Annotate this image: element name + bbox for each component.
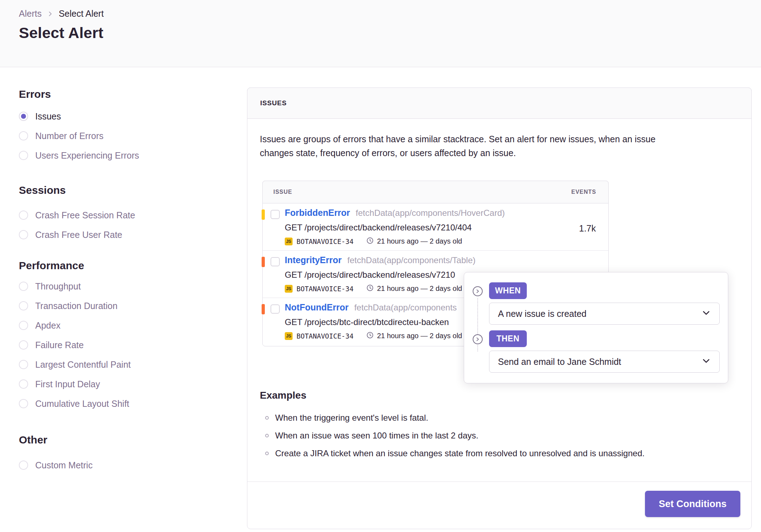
sidebar-item-transaction-duration[interactable]: Transaction Duration <box>19 301 117 311</box>
example-text: When the triggering event's level is fat… <box>275 413 428 423</box>
radio-icon[interactable] <box>19 399 28 408</box>
then-action-value: Send an email to Jane Schmidt <box>498 357 621 367</box>
error-level-indicator <box>262 209 265 220</box>
sidebar-item-label: Number of Errors <box>35 131 104 141</box>
set-conditions-button[interactable]: Set Conditions <box>645 491 740 517</box>
issues-description-line1: Issues are groups of errors that have a … <box>260 132 740 146</box>
radio-icon[interactable] <box>19 151 28 160</box>
panel-footer-divider <box>247 482 751 482</box>
bullet-icon <box>265 416 269 420</box>
sidebar-item-label: Apdex <box>35 320 61 331</box>
transaction-name: fetchData(app/components/Table) <box>347 255 476 265</box>
clock-icon <box>366 237 374 246</box>
chevron-right-circle-icon <box>473 286 483 296</box>
page-header <box>0 0 761 67</box>
sidebar-item-issues[interactable]: Issues <box>19 111 61 121</box>
radio-icon[interactable] <box>19 230 28 239</box>
bullet-icon <box>265 434 269 437</box>
breadcrumb-alerts-link[interactable]: Alerts <box>19 9 42 19</box>
error-level-indicator <box>262 257 265 267</box>
radio-icon[interactable] <box>19 131 28 140</box>
sidebar-item-crash-free-session-rate[interactable]: Crash Free Session Rate <box>19 210 135 220</box>
when-condition-value: A new issue is created <box>498 309 587 319</box>
issue-link[interactable]: NotFoundError <box>285 302 348 312</box>
sidebar-item-crash-free-user-rate[interactable]: Crash Free User Rate <box>19 230 122 240</box>
request-path: GET /projects/direct/backend/releases/v7… <box>285 270 455 280</box>
radio-icon[interactable] <box>19 379 28 389</box>
example-item: When an issue was seen 100 times in the … <box>265 431 478 441</box>
alert-rule-builder-card: WHEN A new issue is created THEN Send an… <box>464 272 728 383</box>
bullet-icon <box>265 452 269 455</box>
issues-description-line2: changes state, frequency of errors, or u… <box>260 146 740 160</box>
project-slug: BOTANAVOICE-34 <box>296 332 353 340</box>
transaction-name: fetchData(app/components <box>354 303 457 312</box>
issue-age: 21 hours ago — 2 days old <box>377 284 462 293</box>
sidebar-item-label: Cumulative Layout Shift <box>35 399 129 409</box>
error-level-indicator <box>262 304 265 314</box>
sidebar-item-custom-metric[interactable]: Custom Metric <box>19 460 93 470</box>
row-checkbox[interactable] <box>271 210 280 219</box>
radio-icon[interactable] <box>19 461 28 470</box>
radio-selected-icon[interactable] <box>19 112 28 121</box>
sidebar-item-label: Crash Free User Rate <box>35 230 122 240</box>
radio-icon[interactable] <box>19 301 28 310</box>
example-text: Create a JIRA ticket when an issue chang… <box>275 448 645 458</box>
column-header-events: EVENTS <box>571 189 596 195</box>
chevron-down-icon <box>702 308 711 319</box>
chevron-right-circle-icon <box>473 334 483 344</box>
request-path: GET /projects/btc-direct/btcdirecteu-bac… <box>285 317 449 327</box>
radio-icon[interactable] <box>19 340 28 350</box>
sidebar-item-apdex[interactable]: Apdex <box>19 320 61 330</box>
sidebar-item-label: Crash Free Session Rate <box>35 210 135 220</box>
sidebar-item-label: Custom Metric <box>35 460 93 470</box>
section-heading-performance: Performance <box>19 260 84 272</box>
events-count: 1.7k <box>579 223 596 234</box>
radio-icon[interactable] <box>19 211 28 220</box>
javascript-platform-icon: JS <box>285 285 293 293</box>
issues-description: Issues are groups of errors that have a … <box>260 132 740 160</box>
sidebar-item-label: Users Experiencing Errors <box>35 150 139 161</box>
javascript-platform-icon: JS <box>285 332 293 340</box>
request-path: GET /projects/direct/backend/releases/v7… <box>285 223 472 233</box>
issues-panel-title: ISSUES <box>260 99 287 107</box>
row-checkbox[interactable] <box>271 304 280 314</box>
row-checkbox[interactable] <box>271 257 280 266</box>
issue-link[interactable]: ForbiddenError <box>285 208 350 218</box>
sidebar-item-label: Transaction Duration <box>35 301 117 311</box>
transaction-name: fetchData(app/components/HoverCard) <box>356 208 505 218</box>
sidebar-item-largest-contentful-paint[interactable]: Largest Contentful Paint <box>19 360 131 369</box>
sidebar-item-label: First Input Delay <box>35 379 100 389</box>
when-condition-select[interactable]: A new issue is created <box>489 303 720 325</box>
project-slug: BOTANAVOICE-34 <box>296 238 353 245</box>
sidebar-item-failure-rate[interactable]: Failure Rate <box>19 340 84 350</box>
example-item: When the triggering event's level is fat… <box>265 413 428 423</box>
issues-panel-header: ISSUES <box>247 87 752 119</box>
sidebar-item-throughput[interactable]: Throughput <box>19 281 81 291</box>
chevron-right-icon <box>47 10 54 17</box>
sidebar-item-cumulative-layout-shift[interactable]: Cumulative Layout Shift <box>19 399 129 409</box>
issue-link[interactable]: IntegrityError <box>285 255 342 265</box>
radio-icon[interactable] <box>19 321 28 330</box>
section-heading-sessions: Sessions <box>19 184 66 196</box>
javascript-platform-icon: JS <box>285 238 293 245</box>
breadcrumb-current: Select Alert <box>59 9 104 19</box>
radio-icon[interactable] <box>19 282 28 291</box>
then-badge: THEN <box>489 330 527 347</box>
sidebar-item-label: Throughput <box>35 281 81 292</box>
issue-age: 21 hours ago — 2 days old <box>377 332 462 340</box>
sidebar-item-label: Largest Contentful Paint <box>35 360 131 370</box>
sidebar-item-label: Issues <box>35 111 61 122</box>
then-action-select[interactable]: Send an email to Jane Schmidt <box>489 351 720 373</box>
section-heading-errors: Errors <box>19 88 51 100</box>
issue-table-header: ISSUE EVENTS <box>262 181 609 203</box>
chevron-down-icon <box>702 356 711 367</box>
sidebar-item-users-experiencing-errors[interactable]: Users Experiencing Errors <box>19 150 139 160</box>
radio-icon[interactable] <box>19 360 28 369</box>
table-row-forbiddenerror: ForbiddenErrorfetchData(app/components/H… <box>262 203 609 250</box>
clock-icon <box>366 331 374 340</box>
column-header-issue: ISSUE <box>273 189 292 195</box>
sidebar-item-number-of-errors[interactable]: Number of Errors <box>19 131 104 141</box>
sidebar-item-first-input-delay[interactable]: First Input Delay <box>19 379 100 389</box>
issue-age: 21 hours ago — 2 days old <box>377 237 462 245</box>
page-title: Select Alert <box>19 24 103 42</box>
